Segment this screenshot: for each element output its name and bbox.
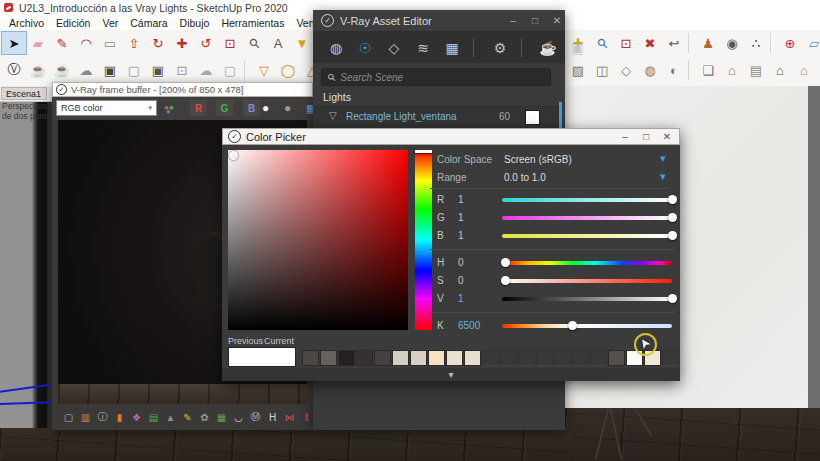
slider-handle[interactable] [501, 276, 510, 285]
red-channel-button[interactable]: R [190, 100, 207, 116]
slider-track-K[interactable] [502, 324, 672, 328]
vray-render-icon[interactable]: ☕ [26, 59, 50, 81]
color-swatch[interactable] [338, 350, 355, 366]
geometry-tab-icon[interactable]: ◇ [384, 38, 404, 58]
vray-sphere-light-icon[interactable]: ◯ [276, 59, 300, 81]
annotations-icon[interactable]: ✎ [180, 410, 195, 425]
range-value[interactable]: 0.0 to 1.0 [504, 172, 546, 183]
text-tool-icon[interactable]: A [266, 32, 290, 54]
slider-track-G[interactable] [502, 216, 672, 220]
wireframe-style-icon[interactable]: ◇ [614, 59, 638, 81]
lights-tab-icon[interactable]: ☉ [355, 38, 375, 58]
vray-lock-icon[interactable]: ▢ [218, 59, 242, 81]
viewport-floor-main[interactable] [0, 428, 570, 461]
vray-render-cloud-icon[interactable]: ☁ [74, 59, 98, 81]
orbit-box-icon[interactable]: ❏ [696, 59, 720, 81]
rotate-tool-icon[interactable]: ↻ [146, 32, 170, 54]
settings-tab-icon[interactable]: ⚙ [490, 38, 510, 58]
viewport-floor-right[interactable] [565, 408, 820, 461]
color-swatch[interactable] [302, 350, 319, 366]
paint-bucket-tool-icon[interactable]: ▼ [290, 32, 314, 54]
previous-view-icon[interactable]: ↩ [662, 32, 686, 54]
hue-selector[interactable] [415, 150, 432, 153]
color-space-value[interactable]: Screen (sRGB) [504, 154, 572, 165]
section-plane-icon[interactable]: ▱ [802, 32, 820, 54]
empty-swatch-slot[interactable] [662, 350, 679, 366]
slider-handle[interactable] [668, 294, 677, 303]
slider-handle[interactable] [668, 231, 677, 240]
slider-track-V[interactable] [502, 297, 672, 301]
menu-cámara[interactable]: Cámara [124, 17, 173, 29]
menu-ver[interactable]: Ver [96, 17, 124, 29]
color-swatch[interactable] [392, 350, 409, 366]
channel-dropdown[interactable]: RGB color ▾ [56, 100, 157, 116]
empty-swatch-slot[interactable] [518, 350, 535, 366]
search-input[interactable]: ⚲ Search Scene [321, 68, 551, 86]
back-view-icon[interactable]: ⌂ [816, 59, 820, 81]
rgb-channels-icon[interactable]: ▥ [78, 410, 93, 425]
sv-selector[interactable] [229, 151, 238, 160]
force-color-clamping-icon[interactable]: ▮ [112, 410, 127, 425]
vray-cloud-disabled-icon[interactable]: ☁ [194, 59, 218, 81]
empty-swatch-slot[interactable] [482, 350, 499, 366]
color-picker-titlebar[interactable]: ✓ Color Picker – □ ✕ [222, 128, 680, 145]
swatch-expand-bar[interactable]: ▾ [222, 368, 680, 381]
slider-handle[interactable] [501, 258, 510, 267]
background-image-icon[interactable]: ▦ [214, 410, 229, 425]
green-channel-button[interactable]: G [216, 100, 233, 116]
front-view-icon[interactable]: ⌂ [768, 59, 792, 81]
color-swatch[interactable] [320, 350, 337, 366]
empty-swatch-slot[interactable] [554, 350, 571, 366]
close-button[interactable]: ✕ [549, 15, 565, 26]
textures-tab-icon[interactable]: ▦ [442, 38, 462, 58]
hue-strip[interactable] [415, 150, 432, 330]
color-swatch[interactable] [356, 350, 373, 366]
asset-editor-titlebar[interactable]: ✓ V-Ray Asset Editor – □ ✕ [313, 10, 565, 32]
axes-icon[interactable]: ⊕ [778, 32, 802, 54]
white-balance-icon[interactable]: Ⓜ [248, 410, 263, 425]
rgb-channels-icon[interactable]: ● [164, 103, 169, 112]
white-balance-button[interactable]: ● [262, 101, 269, 115]
move-tool-icon[interactable]: ✚ [170, 32, 194, 54]
color-swatch[interactable] [464, 350, 481, 366]
slider-track-B[interactable] [502, 234, 672, 238]
empty-swatch-slot[interactable] [590, 350, 607, 366]
slider-track-S[interactable] [502, 279, 672, 283]
layers-tab-icon[interactable]: ≋ [413, 38, 433, 58]
line-tool-icon[interactable]: ✎ [50, 32, 74, 54]
hue-saturation-icon[interactable]: H [265, 410, 280, 425]
minimize-button[interactable]: – [617, 131, 633, 142]
vray-plane-light-icon[interactable]: ▽ [252, 59, 276, 81]
test-resolution-icon[interactable]: ▤ [146, 410, 161, 425]
maximize-button[interactable]: □ [638, 131, 654, 142]
color-swatch[interactable] [608, 350, 625, 366]
color-swatch[interactable] [374, 350, 391, 366]
frame-buffer-button-icon[interactable]: ▣ [567, 38, 587, 58]
info-icon[interactable]: ⓘ [95, 410, 110, 425]
rectangle-tool-icon[interactable]: ▭ [98, 32, 122, 54]
compare-vertical-icon[interactable]: ‖ [299, 410, 313, 425]
curve-correction-icon[interactable]: ◡ [231, 410, 246, 425]
iso-view-icon[interactable]: ⌂ [720, 59, 744, 81]
top-view-icon[interactable]: ⌂ [792, 59, 816, 81]
back-edges-style-icon[interactable]: ◫ [590, 59, 614, 81]
color-swatch[interactable] [428, 350, 445, 366]
empty-swatch-slot[interactable] [572, 350, 589, 366]
vray-frame-buffer-icon[interactable]: ▣ [146, 59, 170, 81]
chevron-down-icon[interactable]: ▾ [660, 170, 666, 183]
walk-icon[interactable]: ∴ [744, 32, 768, 54]
lights-section-header[interactable]: Lights [323, 91, 351, 103]
chevron-down-icon[interactable]: ▾ [660, 152, 666, 165]
light-list-item[interactable]: ▽ Rectangle Light_ventana 60 [313, 106, 559, 128]
materials-tab-icon[interactable]: ◍ [326, 38, 346, 58]
xray-style-icon[interactable]: ▨ [566, 59, 590, 81]
maximize-button[interactable]: □ [527, 15, 543, 26]
hidden-line-style-icon[interactable]: ◍ [638, 59, 662, 81]
orbit-tool-icon[interactable]: ↺ [194, 32, 218, 54]
menu-dibujo[interactable]: Dibujo [174, 17, 216, 29]
viewport-left[interactable]: Perspectiva de dos puntos [0, 101, 52, 461]
slider-handle[interactable] [568, 321, 577, 330]
color-swatch[interactable] [410, 350, 427, 366]
vfb-titlebar[interactable]: ✓ V-Ray frame buffer - [200% of 850 x 47… [52, 82, 313, 97]
select-tool-icon[interactable]: ➤ [2, 32, 26, 54]
